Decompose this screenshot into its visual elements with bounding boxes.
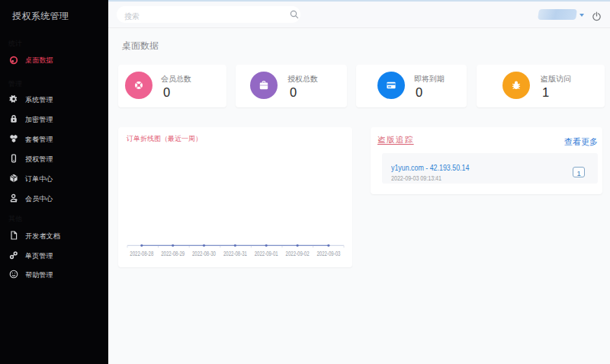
svg-text:2022-08-28: 2022-08-28 <box>130 250 153 257</box>
svg-text:2022-08-31: 2022-08-31 <box>223 250 247 257</box>
svg-text:2022-09-02: 2022-09-02 <box>286 250 310 257</box>
svg-text:2022-09-03: 2022-09-03 <box>316 250 340 257</box>
svg-text:2022-08-29: 2022-08-29 <box>161 250 185 257</box>
svg-text:2022-08-30: 2022-08-30 <box>192 250 216 257</box>
svg-text:2022-09-01: 2022-09-01 <box>255 250 278 257</box>
